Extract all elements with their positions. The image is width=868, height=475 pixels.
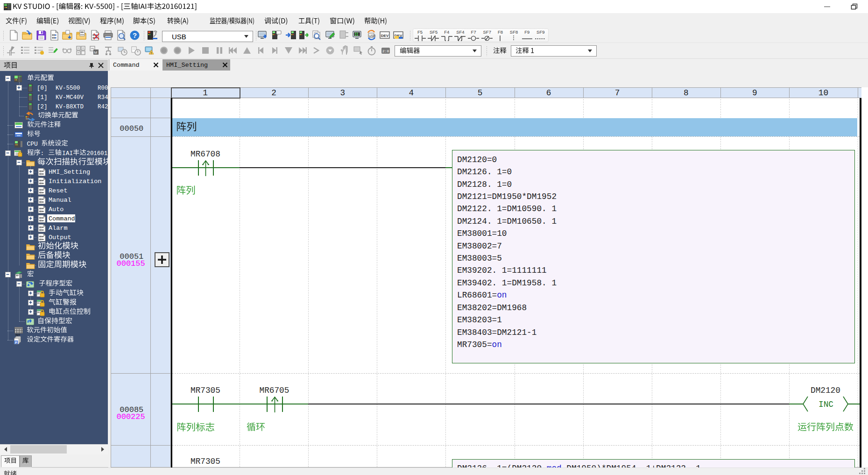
svg-text:?: ? — [133, 31, 137, 39]
svg-text:!: ! — [151, 51, 152, 55]
svg-text:M: M — [94, 50, 98, 55]
svg-text:F: F — [15, 340, 17, 344]
svg-text:2:0: 2:0 — [382, 49, 389, 53]
svg-text:INIT: INIT — [15, 333, 21, 336]
svg-text:USB: USB — [369, 34, 376, 37]
svg-text:DEV: DEV — [381, 34, 389, 38]
